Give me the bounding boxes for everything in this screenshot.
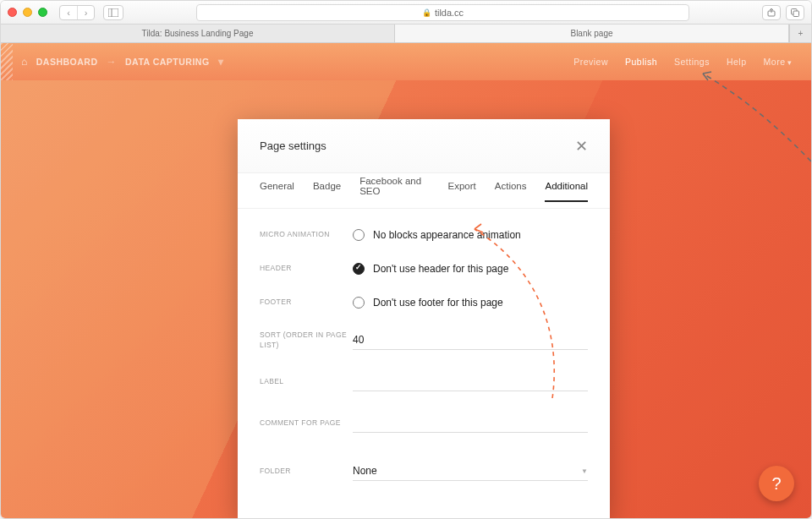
input-comment[interactable] <box>353 413 588 433</box>
crumb-dashboard[interactable]: DASHBOARD <box>36 57 98 67</box>
crumb-page[interactable]: DATA CAPTURING <box>125 57 210 67</box>
label-label: LABEL <box>260 377 353 386</box>
label-folder: FOLDER <box>260 467 353 476</box>
nav-publish[interactable]: Publish <box>625 57 657 67</box>
radio-header[interactable] <box>353 263 365 275</box>
tab-export[interactable]: Export <box>448 181 476 201</box>
row-sort: SORT (ORDER IN PAGE LIST) <box>260 331 588 350</box>
modal-tabs: General Badge Facebook and SEO Export Ac… <box>238 173 610 209</box>
row-footer: FOOTER Don't use footer for this page <box>260 297 588 309</box>
app-page: ⌂ DASHBOARD → DATA CAPTURING ▾ Preview P… <box>1 43 811 518</box>
browser-tab-1-label: Blank page <box>570 29 612 38</box>
browser-tab-0-label: Tilda: Business Landing Page <box>142 29 254 38</box>
lock-icon: 🔒 <box>422 8 431 17</box>
row-folder: FOLDER None ▼ <box>260 462 588 481</box>
browser-window: ‹ › 🔒 tilda.cc Tilda: Business Landing P… <box>0 0 812 519</box>
select-folder-value: None <box>353 465 377 477</box>
home-icon[interactable]: ⌂ <box>21 56 28 68</box>
sidebar-toggle-icon[interactable] <box>103 5 123 20</box>
svg-rect-0 <box>108 8 118 17</box>
browser-right-controls <box>762 5 804 20</box>
modal-body: MICRO ANIMATION No blocks appearance ani… <box>238 209 610 518</box>
nav-settings[interactable]: Settings <box>674 57 710 67</box>
tab-additional[interactable]: Additional <box>545 181 588 201</box>
address-bar[interactable]: 🔒 tilda.cc <box>196 4 689 21</box>
input-label[interactable] <box>353 372 588 391</box>
tabs-overview-icon[interactable] <box>786 5 804 20</box>
window-close-button[interactable] <box>8 8 17 17</box>
label-sort: SORT (ORDER IN PAGE LIST) <box>260 331 353 349</box>
traffic-lights <box>8 8 47 17</box>
modal-header: Page settings ✕ <box>238 119 610 173</box>
breadcrumb: ⌂ DASHBOARD → DATA CAPTURING ▾ <box>21 56 223 68</box>
browser-tab-1[interactable]: Blank page <box>395 25 789 42</box>
label-header: HEADER <box>260 264 353 273</box>
chevron-down-icon: ▼ <box>581 467 588 475</box>
decor-stripes <box>1 43 13 80</box>
tab-badge[interactable]: Badge <box>313 181 341 201</box>
forward-icon[interactable]: › <box>77 6 94 19</box>
input-sort[interactable] <box>353 331 588 350</box>
option-footer: Don't use footer for this page <box>373 297 503 309</box>
svg-rect-4 <box>793 11 799 17</box>
new-tab-button[interactable]: + <box>789 25 811 42</box>
tab-actions[interactable]: Actions <box>495 181 527 201</box>
radio-footer[interactable] <box>353 297 365 309</box>
nav-more[interactable]: More <box>764 57 793 67</box>
share-icon[interactable] <box>762 5 781 20</box>
label-micro-animation: MICRO ANIMATION <box>260 230 353 239</box>
tab-general[interactable]: General <box>260 181 294 201</box>
row-micro-animation: MICRO ANIMATION No blocks appearance ani… <box>260 229 588 241</box>
window-minimize-button[interactable] <box>23 8 32 17</box>
chevron-down-icon[interactable]: ▾ <box>218 56 224 68</box>
close-icon[interactable]: ✕ <box>575 137 588 156</box>
chevron-right-icon: → <box>107 56 118 68</box>
app-topbar: ⌂ DASHBOARD → DATA CAPTURING ▾ Preview P… <box>1 43 811 80</box>
address-text: tilda.cc <box>435 8 464 18</box>
question-icon: ? <box>771 474 781 494</box>
page-settings-modal: Page settings ✕ General Badge Facebook a… <box>238 119 610 518</box>
tab-fb-seo[interactable]: Facebook and SEO <box>359 176 429 206</box>
label-comment: COMMENT FOR PAGE <box>260 418 353 428</box>
radio-micro-animation[interactable] <box>353 229 365 241</box>
row-label: LABEL <box>260 372 588 391</box>
back-icon[interactable]: ‹ <box>60 6 77 19</box>
select-folder[interactable]: None ▼ <box>353 462 588 481</box>
row-comment: COMMENT FOR PAGE <box>260 413 588 433</box>
window-zoom-button[interactable] <box>38 8 47 17</box>
option-micro-animation: No blocks appearance animation <box>373 229 521 241</box>
browser-tab-0[interactable]: Tilda: Business Landing Page <box>1 25 395 42</box>
browser-titlebar: ‹ › 🔒 tilda.cc <box>1 1 811 25</box>
label-footer: FOOTER <box>260 298 353 307</box>
nav-back-forward[interactable]: ‹ › <box>59 5 95 20</box>
browser-tabbar: Tilda: Business Landing Page Blank page … <box>1 25 811 43</box>
option-header: Don't use header for this page <box>373 263 508 275</box>
help-fab[interactable]: ? <box>759 466 794 501</box>
nav-preview[interactable]: Preview <box>573 57 608 67</box>
nav-help[interactable]: Help <box>727 57 747 67</box>
app-topnav-right: Preview Publish Settings Help More <box>573 57 793 67</box>
row-header: HEADER Don't use header for this page <box>260 263 588 275</box>
modal-title: Page settings <box>260 139 326 152</box>
